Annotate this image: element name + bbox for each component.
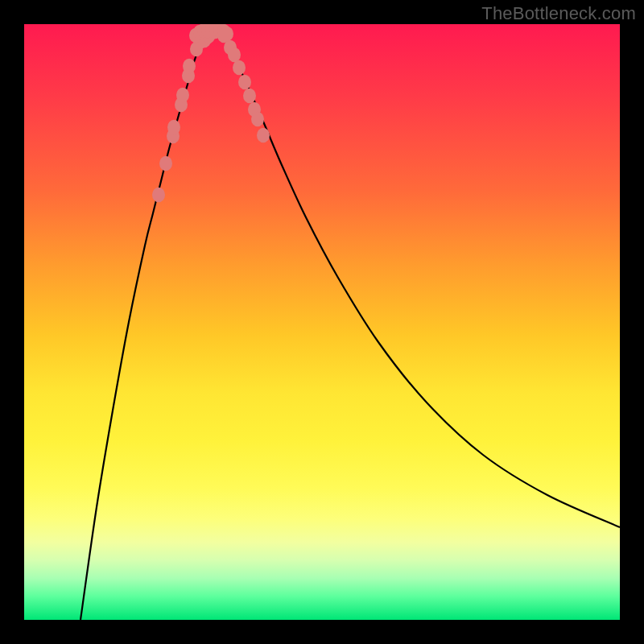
gradient-plot-area (24, 24, 620, 620)
chart-stage: TheBottleneck.com (0, 0, 644, 644)
watermark-text: TheBottleneck.com (481, 3, 636, 24)
